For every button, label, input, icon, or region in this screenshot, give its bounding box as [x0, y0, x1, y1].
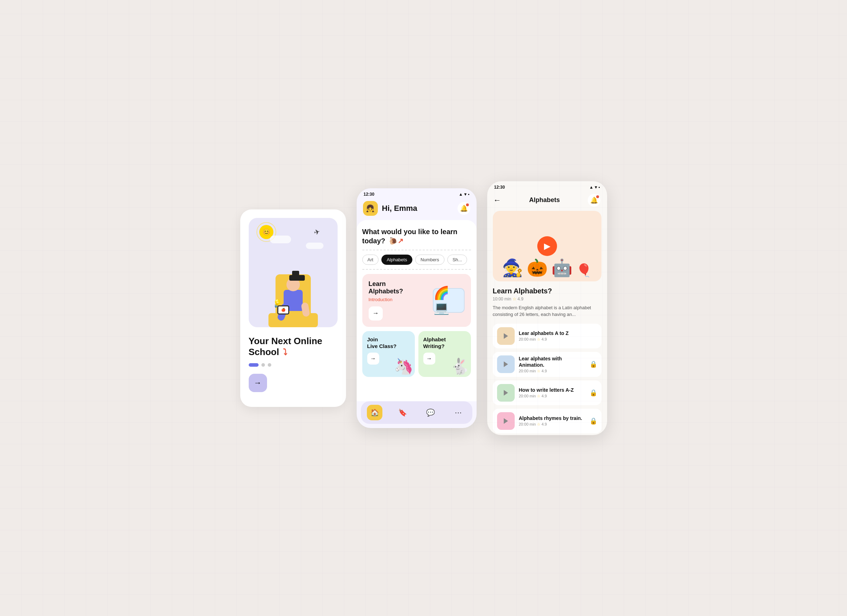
live-class-image: 🦄 — [394, 357, 413, 376]
lesson-item-1[interactable]: Lear alphabets A to Z 20:00 min ☆ 4.9 — [493, 324, 602, 348]
s3-signal: ▲ — [589, 185, 593, 190]
status-icons: ▲ ▾ ▪ — [459, 192, 469, 197]
featured-card-button[interactable]: → — [369, 307, 383, 321]
category-tabs: Art Alphabets Numbers Sh... — [362, 255, 471, 265]
screen2-main-content: What would you like to learn today? 🐌↗ A… — [357, 220, 477, 401]
screen1-title: Your Next Online School ⤵ — [249, 336, 338, 358]
screen3-alphabets: 12:30 ▲ ▾ ▪ ← Alphabets 🔔 🧙 🎃 — [487, 181, 607, 435]
graduation-cap — [289, 275, 305, 281]
nav-more[interactable]: ⋯ — [450, 405, 466, 420]
lesson-thumb-2 — [497, 355, 515, 373]
status-bar: 12:30 ▲ ▾ ▪ — [357, 188, 477, 198]
nav-home[interactable]: 🏠 — [367, 405, 382, 420]
char-3: 🤖 — [551, 258, 573, 278]
lesson-meta-1: 20:00 min ☆ 4.9 — [519, 337, 597, 342]
lesson-item-4[interactable]: Alphabets rhymes by train. 20:00 min ☆ 4… — [493, 409, 602, 433]
alphabet-writing-title: AlphabetWriting? — [424, 336, 466, 350]
lesson-thumb-3 — [497, 384, 515, 402]
paper-plane-icon: ✈ — [313, 227, 321, 237]
screen3-page-title: Alphabets — [529, 196, 560, 204]
video-card[interactable]: 🧙 🎃 🤖 🎈 ▶ — [493, 211, 602, 281]
next-button[interactable]: → — [249, 374, 267, 392]
cloud2-icon — [306, 243, 323, 249]
featured-card[interactable]: LearnAlphabets? Introduction → 🌈💻 — [362, 274, 471, 327]
lesson-thumb-1 — [497, 327, 515, 345]
dot-3 — [268, 363, 271, 367]
screen3-content: 🧙 🎃 🤖 🎈 ▶ Learn Alphabets? 10:00 min ☆ 4… — [487, 211, 607, 435]
content-description: The modern English alphabet is a Latin a… — [493, 304, 602, 318]
tab-shapes[interactable]: Sh... — [447, 255, 468, 265]
content-title: Learn Alphabets? — [493, 287, 602, 295]
battery-icon: ▪ — [468, 192, 469, 197]
star-icon: ☆ — [513, 296, 518, 302]
nav-chat[interactable]: 💬 — [423, 405, 438, 420]
screen3-header: ← Alphabets 🔔 — [487, 191, 607, 211]
lesson-name-1: Lear alphabets A to Z — [519, 330, 597, 336]
lesson-thumb-4 — [497, 412, 515, 430]
wifi-icon: ▾ — [464, 192, 466, 197]
person-torso: 💡 🍎 — [283, 290, 302, 311]
learn-question: What would you like to learn today? 🐌↗ — [362, 227, 471, 245]
char-4: 🎈 — [576, 263, 592, 278]
featured-card-text: LearnAlphabets? Introduction → — [369, 280, 433, 321]
lock-icon-2: 🔒 — [589, 360, 597, 368]
bottom-nav: 🏠 🔖 💬 ⋯ — [361, 401, 472, 424]
back-button[interactable]: ← — [494, 196, 501, 205]
featured-card-subtitle: Introduction — [369, 297, 433, 302]
notification-bell[interactable]: 🔔 — [457, 202, 470, 215]
lesson-item-3[interactable]: How to write letters A-Z 20:00 min ☆ 4.9… — [493, 380, 602, 405]
alphabet-writing-button[interactable]: → — [424, 352, 435, 365]
dot-2 — [261, 363, 265, 367]
lesson-list: Lear alphabets A to Z 20:00 min ☆ 4.9 Le… — [493, 324, 602, 433]
tab-alphabets[interactable]: Alphabets — [381, 255, 412, 265]
learn-question-text: What would you like to learn today? — [362, 228, 457, 245]
lock-icon-3: 🔒 — [589, 389, 597, 397]
pagination-dots — [249, 363, 271, 367]
lock-icon-4: 🔒 — [589, 417, 597, 425]
status-time: 12:30 — [364, 192, 375, 197]
screen3-status-bar: 12:30 ▲ ▾ ▪ — [487, 181, 607, 191]
live-class-card[interactable]: JoinLive Class? → 🦄 — [362, 331, 415, 377]
play-triangle-4 — [504, 418, 508, 424]
person-head — [286, 278, 300, 291]
video-rating: 4.9 — [518, 296, 524, 302]
illustration-box: 😊 ✈ 💡 🍎 — [249, 218, 338, 327]
divider-1 — [362, 250, 471, 251]
tab-art[interactable]: Art — [362, 255, 379, 265]
lesson-info-2: Lear alphates with Animation. 20:00 min … — [519, 355, 585, 373]
screens-container: 😊 ✈ 💡 🍎 — [240, 181, 607, 435]
lesson-meta-4: 20:00 min ☆ 4.9 — [519, 422, 585, 427]
screen3-bell-dot — [596, 195, 599, 198]
play-button[interactable]: ▶ — [537, 236, 557, 256]
tab-numbers[interactable]: Numbers — [415, 255, 444, 265]
lesson-name-2: Lear alphates with Animation. — [519, 355, 585, 368]
lesson-item-2[interactable]: Lear alphates with Animation. 20:00 min … — [493, 352, 602, 377]
play-triangle-2 — [504, 361, 508, 367]
video-background: 🧙 🎃 🤖 🎈 ▶ — [493, 211, 602, 281]
chair-illustration: 💡 🍎 — [265, 257, 322, 327]
featured-card-title: LearnAlphabets? — [369, 280, 433, 295]
small-cards-row: JoinLive Class? → 🦄 AlphabetWriting? → 🐇 — [362, 331, 471, 377]
alphabet-writing-image: 🐇 — [450, 357, 469, 376]
squiggle-decoration: ⤵ — [283, 347, 287, 358]
s3-wifi: ▾ — [595, 185, 597, 190]
content-meta: 10:00 min ☆ 4.9 — [493, 296, 602, 302]
screen3-bell[interactable]: 🔔 — [588, 194, 601, 206]
nav-bookmark[interactable]: 🔖 — [395, 405, 410, 420]
play-triangle-3 — [504, 390, 508, 396]
lesson-info-4: Alphabets rhymes by train. 20:00 min ☆ 4… — [519, 415, 585, 427]
char-1: 🧙 — [502, 258, 523, 278]
live-class-title: JoinLive Class? — [367, 336, 410, 350]
featured-card-image: 🌈💻 — [433, 288, 465, 313]
live-class-button[interactable]: → — [367, 352, 379, 365]
lesson-meta-2: 20:00 min ☆ 4.9 — [519, 369, 585, 373]
lesson-info-3: How to write letters A-Z 20:00 min ☆ 4.9 — [519, 387, 585, 398]
screen3-status-icons: ▲ ▾ ▪ — [589, 185, 600, 190]
divider-2 — [362, 269, 471, 270]
char-2: 🎃 — [527, 258, 548, 278]
header-greeting: Hi, Emma — [382, 204, 457, 213]
alphabet-writing-card[interactable]: AlphabetWriting? → 🐇 — [418, 331, 471, 377]
screen3-time: 12:30 — [494, 185, 505, 190]
lesson-name-4: Alphabets rhymes by train. — [519, 415, 585, 421]
dot-active — [249, 363, 258, 367]
